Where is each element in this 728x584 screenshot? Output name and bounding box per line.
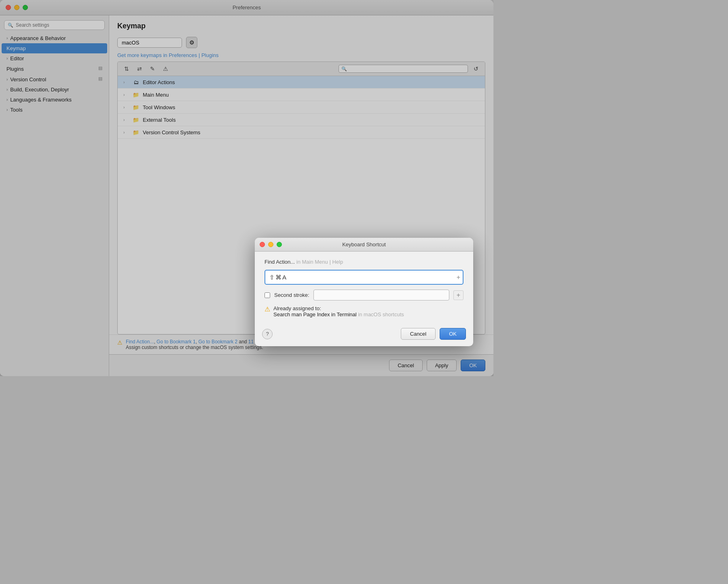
- modal-close-button[interactable]: [260, 242, 265, 247]
- shortcut-add-button[interactable]: +: [457, 274, 460, 281]
- assigned-item-label: Search man Page Index in Terminal: [273, 311, 357, 317]
- shortcut-input-wrapper: +: [265, 270, 463, 285]
- find-action-label: Find Action...: [265, 259, 295, 265]
- modal-ok-button[interactable]: OK: [440, 328, 466, 340]
- shortcut-input[interactable]: [265, 270, 463, 285]
- second-stroke-checkbox[interactable]: [265, 292, 270, 298]
- modal-title: Keyboard Shortcut: [342, 241, 386, 248]
- modal-body: Find Action... in Main Menu | Help + Sec…: [255, 252, 473, 324]
- keyboard-shortcut-dialog: Keyboard Shortcut Find Action... in Main…: [255, 238, 473, 346]
- already-assigned-warning: ⚠ Already assigned to: Search man Page I…: [265, 305, 463, 317]
- modal-help-button[interactable]: ?: [262, 329, 273, 339]
- second-stroke-add-button[interactable]: +: [453, 290, 463, 300]
- modal-titlebar: Keyboard Shortcut: [255, 238, 473, 252]
- already-assigned-label: Already assigned to:: [273, 305, 321, 311]
- second-stroke-label: Second stroke:: [274, 292, 309, 298]
- modal-cancel-button[interactable]: Cancel: [401, 328, 436, 340]
- modal-overlay: Keyboard Shortcut Find Action... in Main…: [0, 0, 493, 376]
- modal-maximize-button[interactable]: [277, 242, 282, 247]
- assigned-sub-label: in macOS shortcuts: [357, 311, 404, 317]
- find-action-description: Find Action... in Main Menu | Help: [265, 259, 463, 265]
- assigned-warn-icon: ⚠: [265, 305, 270, 313]
- second-stroke-row: Second stroke: +: [265, 290, 463, 300]
- second-stroke-input[interactable]: [313, 290, 449, 300]
- modal-footer: ? Cancel OK: [255, 324, 473, 346]
- find-action-context: in Main Menu | Help: [295, 259, 343, 265]
- assigned-text: Already assigned to: Search man Page Ind…: [273, 305, 404, 317]
- modal-footer-buttons: Cancel OK: [401, 328, 466, 340]
- modal-minimize-button[interactable]: [268, 242, 273, 247]
- modal-traffic-lights: [260, 242, 282, 247]
